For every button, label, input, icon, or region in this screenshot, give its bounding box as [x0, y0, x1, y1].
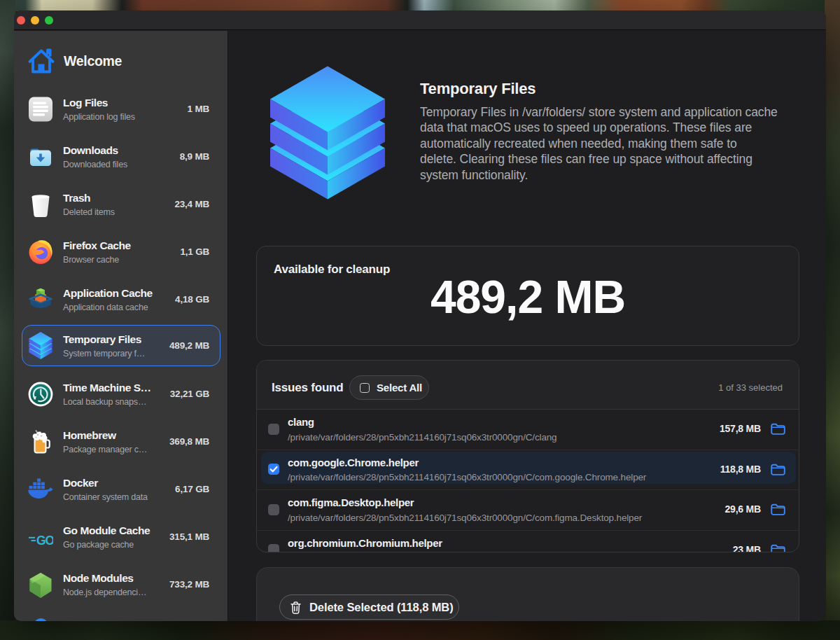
svg-text:GO: GO — [36, 533, 53, 547]
